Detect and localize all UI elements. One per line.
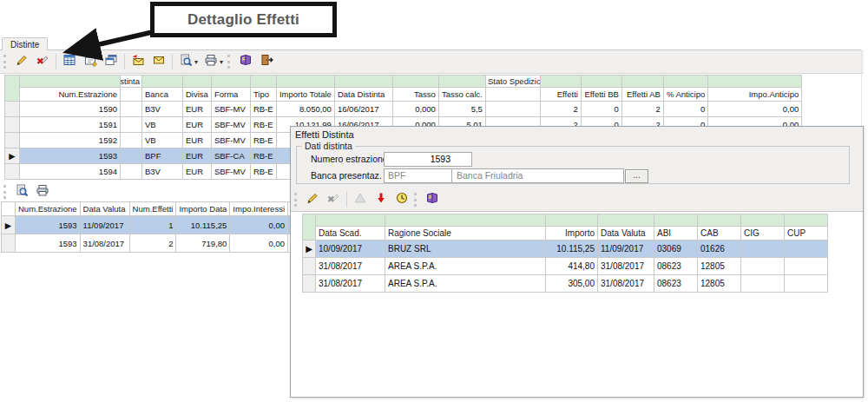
table-row[interactable]: ▶10/09/2017BRUZ SRL10.115,2511/09/201703… [303,241,828,258]
table-row[interactable]: 31/08/2017AREA S.P.A.305,0031/08/2017086… [303,275,828,293]
cell: 2 [129,234,176,253]
detail-form-button[interactable] [80,52,101,71]
numero-estrazione-field[interactable]: 1593 [384,152,472,167]
cell: 719,80 [176,234,230,253]
groupbox-label: Dati distinta [302,141,355,151]
table-row[interactable]: 31/08/2017AREA S.P.A.414,8031/08/2017086… [303,258,828,275]
cascade-windows-button[interactable] [101,52,122,71]
print-button[interactable] [32,182,53,201]
column-header[interactable]: Divisa [183,88,212,102]
grid-corner [303,214,316,241]
cell: 5,5 [438,102,485,117]
cell: 414,80 [546,258,598,275]
table-button[interactable] [59,52,80,71]
band-group-header: Stato Spedizione [488,76,541,87]
cell [785,258,828,275]
column-header[interactable]: Data Valuta [598,227,654,241]
down-arrow-red-icon [374,191,388,208]
column-header[interactable]: Data Distinta [334,88,392,102]
cell: 0,00 [230,216,288,234]
dropdown-arrow-icon[interactable]: ▾ [194,58,198,66]
column-header[interactable]: ABI [654,227,698,241]
column-header[interactable]: Num.Effetti [129,202,176,216]
exit-door-button[interactable] [256,52,277,71]
cell: BRUZ SRL [385,241,546,258]
column-header[interactable]: Data Valuta [80,202,129,216]
column-header[interactable]: Effetti AB [621,88,663,102]
row-marker [303,258,316,275]
cancel-edit-button[interactable] [323,190,344,209]
table-row[interactable]: 1590B3VEURSBF-MVRB-E8.050,0016/06/20170,… [5,102,802,117]
column-header[interactable]: Importo Data [176,202,230,216]
grid-header-row: Data Scad.Ragione SocialeImportoData Val… [303,227,828,241]
detail-toolbar [293,189,861,210]
column-header[interactable]: Forma [211,88,250,102]
column-header[interactable]: CIG [741,227,785,241]
print-preview-button[interactable] [11,182,32,201]
banca-code-field[interactable]: BPF [384,168,453,183]
cell [121,102,142,117]
column-header[interactable]: Tipo [250,88,276,102]
tab-distinte[interactable]: Distinte [2,37,48,50]
lower-toolbar [2,182,53,201]
print-preview-button[interactable] [175,52,196,71]
browse-bank-button[interactable]: ... [625,169,648,183]
edit-pencil-icon [15,53,29,70]
column-header[interactable]: Banca [142,88,183,102]
column-header[interactable]: Importo Totale [276,88,334,102]
print-icon [36,183,49,201]
clock-button[interactable] [391,190,412,209]
help-book-button[interactable] [422,190,443,209]
column-header[interactable] [121,88,142,102]
grid-corner [5,76,20,102]
cell: 1592 [20,133,121,148]
column-header[interactable]: Effetti BB [581,88,621,102]
cell: 10.115,25 [546,241,598,258]
mail-button[interactable] [148,52,169,71]
column-header[interactable]: Tasso [392,88,438,102]
down-arrow-red-button[interactable] [371,190,391,209]
column-header[interactable]: Effetti [540,88,581,102]
column-header[interactable]: CAB [698,227,741,241]
column-header[interactable]: CUP [785,227,828,241]
callout-label: Dettaglio Effetti [187,11,299,29]
cell: 11/09/2017 [598,241,654,258]
column-header[interactable]: Num.Estrazione [20,88,121,102]
column-header[interactable]: % Anticipo [663,88,707,102]
table-row[interactable]: 159331/08/20172719,800,000 [2,234,331,253]
column-header[interactable]: Data Scad. [316,227,385,241]
send-mail-button[interactable] [128,52,148,71]
warning-triangle-button[interactable] [350,190,371,209]
column-header[interactable]: Ragione Sociale [385,227,546,241]
cell: 11/09/2017 [80,216,129,234]
cell [121,164,142,180]
edit-pencil-button[interactable] [302,190,323,209]
print-button[interactable] [201,52,221,71]
cell [785,275,828,293]
cell: EUR [183,133,212,148]
help-book-icon [239,53,253,70]
cancel-edit-button[interactable] [32,52,53,71]
grid-header-row: Num.EstrazioneBancaDivisaFormaTipoImport… [5,88,802,102]
dropdown-arrow-icon[interactable]: ▾ [220,58,223,66]
help-book-button[interactable] [235,52,256,71]
detail-grid-area: Data Scad.Ragione SocialeImportoData Val… [291,211,863,397]
column-header[interactable]: Impo.Interessi [230,202,288,216]
column-header[interactable]: Importo [546,227,598,241]
cell [121,148,142,164]
column-header[interactable]: Num.Estrazione [16,202,81,216]
cell: 1594 [20,164,121,180]
edit-pencil-button[interactable] [11,52,32,71]
cell: 0 [663,102,707,117]
cell: 12805 [698,258,741,275]
cell [741,241,785,258]
cell: 8.050,00 [276,102,334,117]
cell: 08623 [654,275,698,293]
column-header[interactable]: Impo.Anticipo [708,88,802,102]
distinta-valute-grid: Num.EstrazioneData ValutaNum.EffettiImpo… [1,201,331,253]
column-header[interactable] [485,88,540,102]
table-row[interactable]: ▶159311/09/2017110.115,250,000 [2,216,331,234]
banca-name-field[interactable]: Banca Friuladria [451,168,624,183]
toolbar-grip [227,55,232,69]
column-header[interactable]: Tasso calc. [438,88,485,102]
